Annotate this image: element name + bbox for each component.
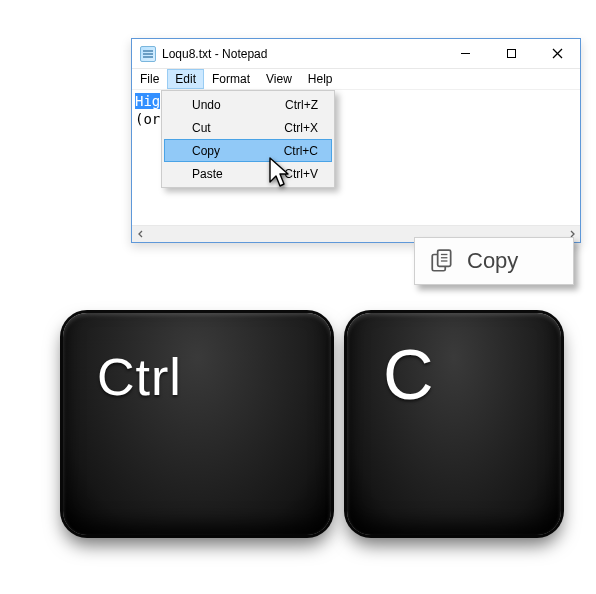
menu-item-label: Paste bbox=[192, 167, 223, 181]
keyboard-keys: Ctrl C bbox=[63, 313, 561, 535]
menu-item-paste[interactable]: Paste Ctrl+V bbox=[164, 162, 332, 185]
mouse-cursor-icon bbox=[268, 156, 294, 190]
menu-item-shortcut: Ctrl+X bbox=[284, 121, 328, 135]
copy-icon bbox=[429, 248, 455, 274]
key-c[interactable]: C bbox=[347, 313, 561, 535]
menu-item-label: Copy bbox=[192, 144, 220, 158]
close-button[interactable] bbox=[534, 39, 580, 68]
menu-item-label: Undo bbox=[192, 98, 221, 112]
menu-edit[interactable]: Edit bbox=[167, 69, 204, 89]
minimize-button[interactable] bbox=[442, 39, 488, 68]
menu-item-shortcut: Ctrl+Z bbox=[285, 98, 328, 112]
window-title: Loqu8.txt - Notepad bbox=[162, 47, 267, 61]
window-controls bbox=[442, 39, 580, 68]
menu-item-undo[interactable]: Undo Ctrl+Z bbox=[164, 93, 332, 116]
edit-dropdown-menu: Undo Ctrl+Z Cut Ctrl+X Copy Ctrl+C Paste… bbox=[161, 90, 335, 188]
editor-line2: (or bbox=[135, 111, 160, 127]
menu-item-copy[interactable]: Copy Ctrl+C bbox=[164, 139, 332, 162]
key-c-label: C bbox=[383, 335, 435, 415]
copy-tooltip-label: Copy bbox=[467, 248, 518, 274]
svg-rect-1 bbox=[507, 50, 515, 58]
maximize-button[interactable] bbox=[488, 39, 534, 68]
menu-file[interactable]: File bbox=[132, 69, 167, 89]
notepad-app-icon bbox=[140, 46, 156, 62]
key-ctrl[interactable]: Ctrl bbox=[63, 313, 331, 535]
menubar: File Edit Format View Help bbox=[132, 69, 580, 90]
key-ctrl-label: Ctrl bbox=[97, 347, 182, 407]
menu-help[interactable]: Help bbox=[300, 69, 341, 89]
menu-item-cut[interactable]: Cut Ctrl+X bbox=[164, 116, 332, 139]
scroll-left-icon[interactable] bbox=[132, 226, 149, 243]
menu-item-label: Cut bbox=[192, 121, 211, 135]
selected-text: Hig bbox=[135, 93, 160, 109]
copy-tooltip[interactable]: Copy bbox=[414, 237, 574, 285]
menu-view[interactable]: View bbox=[258, 69, 300, 89]
menu-format[interactable]: Format bbox=[204, 69, 258, 89]
titlebar[interactable]: Loqu8.txt - Notepad bbox=[132, 39, 580, 69]
